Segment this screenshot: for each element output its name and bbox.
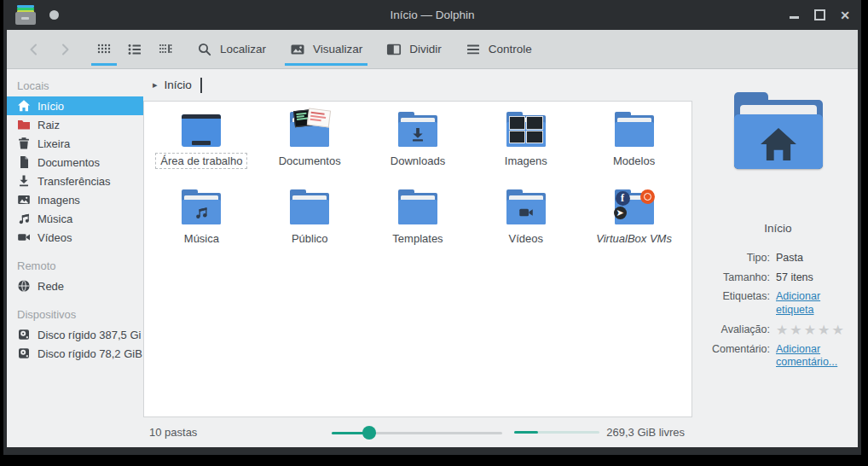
search-button[interactable]: Localizar — [189, 30, 274, 68]
search-icon — [197, 42, 212, 57]
folder-item-templates[interactable]: Templates — [364, 185, 472, 263]
folder-item-virtualbox-vms[interactable]: f➤VirtualBox VMs — [580, 185, 688, 263]
panel-title: Início — [764, 222, 791, 235]
preview-button-label: Visualizar — [313, 43, 362, 55]
folder-label: Templates — [387, 230, 448, 247]
forward-arrow-icon — [57, 42, 72, 57]
folder-icon — [612, 112, 657, 149]
information-panel: Início Tipo:PastaTamanho:57 itensEtiquet… — [698, 69, 858, 447]
folder-item-downloads[interactable]: Downloads — [364, 108, 472, 185]
info-rows: Tipo:PastaTamanho:57 itensEtiquetas:Adic… — [698, 252, 858, 376]
breadcrumb[interactable]: ▸ Início — [143, 69, 698, 101]
split-view-icon — [386, 42, 402, 57]
home-folder-preview-icon — [734, 92, 823, 169]
info-label: Comentário: — [702, 343, 770, 370]
folder-item-musica[interactable]: Música — [148, 185, 256, 263]
back-button[interactable] — [19, 30, 49, 68]
harddisk-icon — [17, 328, 31, 341]
details-list-icon — [158, 42, 173, 57]
zoom-slider[interactable] — [332, 426, 502, 440]
folder-view[interactable]: Área de trabalhoDocumentosDownloadsImage… — [143, 101, 692, 417]
center-column: ▸ Início Área de trabalhoDocumentosDownl… — [143, 69, 698, 447]
sidebar-item-inicio[interactable]: Início — [7, 96, 143, 115]
sidebar-section-dispositivos: Dispositivos — [7, 306, 143, 325]
folder-icon — [396, 189, 440, 227]
details-view-button[interactable] — [150, 30, 181, 68]
folder-label: Música — [179, 230, 224, 247]
sidebar-section-remoto: Remoto — [7, 257, 143, 277]
folder-item-modelos[interactable]: Modelos — [580, 108, 688, 185]
preview-button[interactable]: Visualizar — [282, 30, 370, 68]
sidebar-item-documentos[interactable]: Documentos — [7, 153, 143, 172]
sidebar-item-disco-rigido-78-2-gib[interactable]: Disco rígido 78,2 GiB — [7, 344, 143, 363]
capacity-bar — [514, 431, 599, 434]
folder-icon — [396, 112, 440, 149]
sidebar-item-transferencias[interactable]: Transferências — [7, 172, 143, 190]
sidebar-item-raiz[interactable]: Raiz — [7, 115, 143, 134]
titlebar[interactable]: Início — Dolphin ✕ — [3, 0, 861, 30]
sidebar-item-videos[interactable]: Vídeos — [7, 228, 143, 247]
globe-icon — [17, 279, 31, 293]
zoom-slider-handle[interactable] — [362, 426, 376, 440]
minimize-button[interactable] — [788, 9, 800, 21]
icons-grid-icon — [96, 42, 112, 57]
sidebar-item-label: Raiz — [38, 119, 60, 131]
free-space-label: 269,3 GiB livres — [606, 426, 685, 439]
download-icon — [17, 174, 31, 188]
free-space-widget: 269,3 GiB livres — [502, 426, 685, 439]
toolbar: Localizar Visualizar Dividir — [7, 30, 858, 69]
sidebar-section-locais: Locais — [7, 77, 143, 96]
breadcrumb-current[interactable]: Início — [165, 79, 192, 91]
music-icon — [17, 212, 31, 225]
info-value-tamanho: 57 itens — [776, 271, 853, 285]
sidebar-item-disco-rigido-387-5-gi[interactable]: Disco rígido 387,5 Gi — [7, 325, 143, 344]
info-link-comentario[interactable]: Adicionar comentário... — [776, 343, 853, 370]
sidebar-item-label: Lixeira — [38, 137, 70, 150]
sidebar-item-label: Início — [38, 100, 64, 113]
sidebar-item-label: Vídeos — [38, 231, 72, 244]
search-button-label: Localizar — [220, 43, 266, 55]
video-glyph-icon — [506, 200, 546, 224]
folder-item-documentos[interactable]: Documentos — [256, 108, 364, 185]
capacity-bar-fill — [514, 431, 538, 434]
info-row: Comentário:Adicionar comentário... — [702, 343, 853, 370]
folder-item-videos[interactable]: Vídeos — [472, 185, 580, 263]
ubuntu-badge-icon — [640, 189, 655, 204]
folder-red-icon — [17, 118, 31, 131]
info-row: Tamanho:57 itens — [702, 271, 853, 285]
sidebar-item-rede[interactable]: Rede — [7, 277, 143, 295]
sidebar-item-label: Transferências — [38, 175, 111, 188]
folder-label: Imagens — [500, 153, 553, 169]
music-glyph-icon — [182, 200, 221, 224]
trash-icon — [17, 137, 31, 150]
compact-view-button[interactable] — [119, 30, 150, 68]
forward-button[interactable] — [49, 30, 80, 68]
maximize-button[interactable] — [813, 9, 825, 21]
folder-icon: f➤ — [612, 189, 657, 227]
folder-icon — [504, 112, 548, 149]
control-menu-button[interactable]: Controle — [458, 30, 540, 68]
sidebar-item-lixeira[interactable]: Lixeira — [7, 134, 143, 153]
folder-item-area-de-trabalho[interactable]: Área de trabalho — [148, 108, 256, 185]
sidebar-item-label: Disco rígido 78,2 GiB — [38, 347, 142, 360]
close-button[interactable]: ✕ — [839, 9, 851, 21]
sidebar-item-musica[interactable]: Música — [7, 209, 143, 228]
info-label: Avaliação: — [702, 323, 770, 337]
window-controls: ✕ — [788, 0, 851, 30]
control-button-label: Controle — [489, 43, 532, 55]
sidebar: LocaisInícioRaizLixeiraDocumentosTransfe… — [7, 69, 143, 447]
folder-item-publico[interactable]: Público — [256, 185, 364, 263]
info-value-tipo: Pasta — [776, 252, 853, 265]
folder-label: Downloads — [385, 153, 450, 169]
split-button[interactable]: Dividir — [379, 30, 449, 68]
rating-stars[interactable]: ★★★★★ — [776, 323, 846, 337]
info-link-etiquetas[interactable]: Adicionar etiqueta — [776, 290, 853, 317]
symlink-arrow-icon: ➤ — [614, 207, 627, 219]
fedora-badge-icon: f — [616, 191, 630, 206]
folder-label: Documentos — [274, 153, 346, 169]
image-icon — [17, 193, 31, 207]
folder-label: Área de trabalho — [155, 153, 247, 169]
icons-view-button[interactable] — [89, 30, 119, 68]
folder-item-imagens[interactable]: Imagens — [472, 108, 580, 185]
sidebar-item-imagens[interactable]: Imagens — [7, 190, 143, 209]
